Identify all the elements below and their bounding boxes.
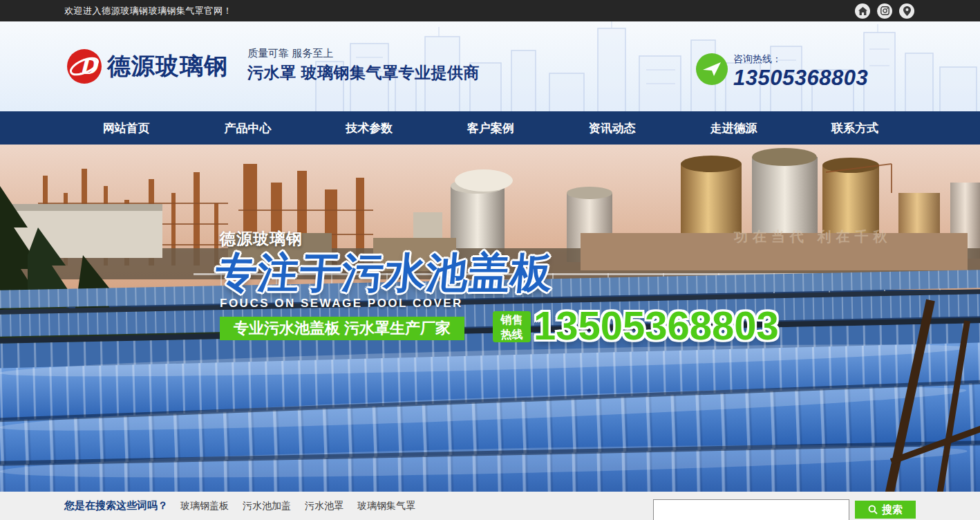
search-bar: 您是在搜索这些词吗？ 玻璃钢盖板 污水池加盖 污水池罩 玻璃钢集气罩 搜索 <box>0 492 980 520</box>
nav-item-news[interactable]: 资讯动态 <box>552 111 673 145</box>
search-icon <box>868 505 878 514</box>
header-slogan: 质量可靠 服务至上 污水罩 玻璃钢集气罩专业提供商 <box>247 47 480 84</box>
nav-item-cases[interactable]: 客户案例 <box>430 111 552 145</box>
nav-item-about[interactable]: 走进德源 <box>673 111 795 145</box>
hero-photo <box>0 145 980 492</box>
sales-hotline-badge: 销售 热线 <box>493 311 531 342</box>
keyword-link-1[interactable]: 污水池加盖 <box>243 500 291 512</box>
slogan-small: 质量可靠 服务至上 <box>247 47 480 60</box>
company-logo[interactable]: D 德源玻璃钢 <box>67 49 228 84</box>
topbar: 欢迎进入德源玻璃钢玻璃钢集气罩官网！ <box>0 0 980 21</box>
topbar-social-icons <box>855 3 914 19</box>
hero-subtitle-en: FOUCS ON SEWAGE POOL COVER <box>220 297 463 310</box>
sales-label-line1: 销售 <box>493 313 531 327</box>
hero-title: 专注于污水池盖板 <box>213 245 555 301</box>
search-input[interactable] <box>653 499 849 520</box>
paper-plane-icon <box>696 53 728 85</box>
main-nav: 网站首页 产品中心 技术参数 客户案例 资讯动态 走进德源 联系方式 <box>0 111 980 145</box>
hotline-label: 咨询热线： <box>733 53 868 66</box>
hot-keywords: 玻璃钢盖板 污水池加盖 污水池罩 玻璃钢集气罩 <box>180 500 415 512</box>
search-prompt: 您是在搜索这些词吗？ <box>64 499 168 512</box>
hero-cta-button[interactable]: 专业污水池盖板 污水罩生产厂家 <box>220 317 464 340</box>
nav-item-contact[interactable]: 联系方式 <box>794 111 916 145</box>
keyword-link-0[interactable]: 玻璃钢盖板 <box>180 500 229 512</box>
search-button-label: 搜索 <box>882 503 903 517</box>
slogan-large: 污水罩 玻璃钢集气罩专业提供商 <box>247 62 480 84</box>
welcome-text: 欢迎进入德源玻璃钢玻璃钢集气罩官网！ <box>64 5 232 17</box>
nav-item-specs[interactable]: 技术参数 <box>308 111 430 145</box>
keyword-link-3[interactable]: 玻璃钢集气罩 <box>357 500 415 512</box>
search-button[interactable]: 搜索 <box>855 501 916 519</box>
camera-icon[interactable] <box>877 3 892 19</box>
sales-label-line2: 热线 <box>493 327 531 342</box>
hotline: 咨询热线： 13505368803 <box>696 53 868 91</box>
hotline-number: 13505368803 <box>733 66 868 91</box>
wall-slogan: 功在当代 利在千秋 <box>734 228 892 246</box>
nav-item-products[interactable]: 产品中心 <box>187 111 309 145</box>
keyword-link-2[interactable]: 污水池罩 <box>305 500 343 512</box>
location-icon[interactable] <box>899 3 914 19</box>
sales-hotline-number: 13505368803 <box>534 302 779 349</box>
home-icon[interactable] <box>855 3 870 19</box>
logo-mark-icon: D <box>67 49 102 84</box>
hero-banner: 功在当代 利在千秋 德源玻璃钢 专注于污水池盖板 FOUCS ON SEWAGE… <box>0 145 980 492</box>
header: D 德源玻璃钢 质量可靠 服务至上 污水罩 玻璃钢集气罩专业提供商 咨询热线： … <box>0 21 980 111</box>
logo-text: 德源玻璃钢 <box>107 50 228 82</box>
nav-item-home[interactable]: 网站首页 <box>66 111 187 145</box>
